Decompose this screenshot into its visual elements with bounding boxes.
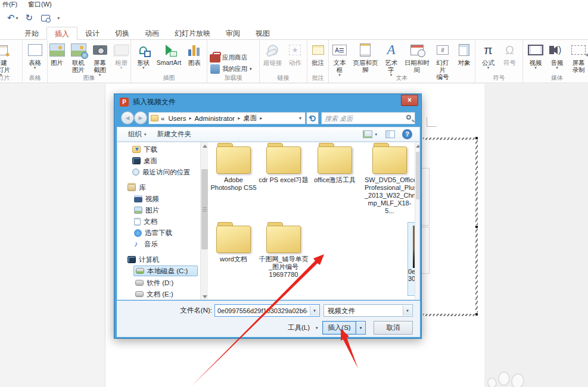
undo-dropdown-icon[interactable]: ▾ <box>16 15 18 21</box>
insert-button[interactable]: 插入(S) <box>322 321 356 335</box>
shapes-button[interactable]: 形状▾ <box>133 42 154 70</box>
textbox-button[interactable]: A☰ 文本框▾ <box>329 42 350 77</box>
redo-icon[interactable]: ↻ <box>26 13 33 23</box>
tab-animations[interactable]: 动画 <box>137 27 167 40</box>
sidebar-item-music[interactable]: ♪音乐 <box>134 239 158 249</box>
dropdown-arrow-icon: ▾ <box>534 66 537 70</box>
tab-insert[interactable]: 插入 <box>46 27 77 40</box>
dropdown-arrow-icon: ▾ <box>120 66 123 70</box>
selected-placeholder-border-top[interactable] <box>423 138 478 140</box>
equation-button[interactable]: π 公式▾ <box>478 42 499 70</box>
screenshot-button[interactable]: 屏幕截图▾ <box>90 42 110 77</box>
breadcrumb-users[interactable]: Users <box>168 115 186 122</box>
action-button[interactable]: ★ 动作 <box>285 42 305 67</box>
organize-button[interactable]: 组织▾ <box>128 130 147 139</box>
views-button[interactable]: ▾ <box>363 130 377 138</box>
folder-item-office-activation[interactable]: office激活工具 <box>310 143 360 184</box>
sidebar-scrollbar[interactable] <box>200 142 208 300</box>
help-button[interactable]: ? <box>402 129 412 139</box>
tab-transitions[interactable]: 切换 <box>107 27 137 40</box>
file-list-scrollbar[interactable] <box>415 142 420 300</box>
pictures-button[interactable]: 图片 <box>47 42 67 67</box>
tools-button[interactable]: 工具(L) ▾ <box>288 323 318 332</box>
back-button[interactable]: ◀ <box>121 111 134 124</box>
breadcrumb-administrator[interactable]: Administrator <box>194 115 235 122</box>
filename-combobox[interactable]: 0e0997556d29f1030329a02b6cf9 ▾ <box>214 304 320 317</box>
sidebar-item-desktop[interactable]: 桌面 <box>132 155 157 166</box>
comment-button[interactable]: 批注 <box>308 42 328 67</box>
table-button[interactable]: 表格▾ <box>25 42 45 70</box>
views-icon <box>363 130 372 138</box>
filename-value: 0e0997556d29f1030329a02b6cf9 <box>215 307 307 314</box>
photo-album-button[interactable]: 相册▾ <box>111 42 132 70</box>
selected-placeholder-border-bottom[interactable] <box>423 314 478 316</box>
cancel-button[interactable]: 取消 <box>374 321 413 335</box>
tab-home[interactable]: 开始 <box>17 27 46 40</box>
new-folder-button[interactable]: 新建文件夹 <box>157 130 192 139</box>
menu-file[interactable]: 件(F) <box>0 1 17 8</box>
folder-item-cdr-ps-excel[interactable]: cdr PS excel习题 <box>259 143 309 184</box>
datetime-button[interactable]: 日期和时间 <box>403 42 432 74</box>
online-pictures-button[interactable]: 联机图片 <box>69 42 89 74</box>
sidebar-item-downloads[interactable]: 下载 <box>132 144 157 155</box>
tab-design[interactable]: 设计 <box>77 27 107 40</box>
resize-handle-middle-right[interactable] <box>475 225 478 229</box>
scroll-down-icon[interactable] <box>203 295 207 298</box>
insert-split-dropdown[interactable]: ▾ <box>356 321 366 335</box>
folder-item-qiantuwang[interactable]: 千图网_辅导单页 _图片编号 19697780 <box>259 222 309 279</box>
store-button[interactable]: 应用商店 <box>210 53 247 63</box>
forward-button[interactable]: ▶ <box>134 111 147 124</box>
new-slide-button[interactable]: 新建 幻灯片▾ <box>0 42 12 77</box>
slideshow-icon[interactable] <box>41 15 50 21</box>
sidebar-item-disk-e[interactable]: 文档 (E:) <box>135 289 173 299</box>
filetype-combobox[interactable]: 视频文件 ▾ <box>323 304 413 317</box>
smartart-button[interactable]: SmartArt <box>155 42 183 67</box>
close-button[interactable]: × <box>401 95 418 106</box>
combo-dropdown-icon[interactable]: ▾ <box>310 305 319 316</box>
dialog-titlebar[interactable]: P 插入视频文件 <box>114 94 421 110</box>
header-footer-icon <box>357 42 374 58</box>
folder-item-adobe-photoshop[interactable]: Adobe Photoshop CS5 <box>209 143 259 192</box>
sidebar-item-computer[interactable]: 计算机 <box>127 254 160 265</box>
address-breadcrumb[interactable]: « Users ▸ Administrator ▸ 桌面 ▸ ▾ <box>148 112 306 124</box>
breadcrumb-desktop[interactable]: 桌面 <box>243 114 257 123</box>
combo-dropdown-icon[interactable]: ▾ <box>403 305 412 316</box>
search-input[interactable]: 搜索 桌面 <box>321 112 415 124</box>
video-button[interactable]: 视频▾ <box>525 42 546 70</box>
sidebar-item-thunder-download[interactable]: 迅雷下载 <box>134 227 172 238</box>
screen-record-button[interactable]: 屏幕 录制 <box>568 42 588 74</box>
customize-qat-icon[interactable]: ▾ <box>57 15 60 21</box>
scroll-up-icon[interactable] <box>416 145 420 148</box>
resize-handle-top-right[interactable] <box>475 136 478 140</box>
file-scrollbar-thumb[interactable] <box>416 152 420 199</box>
tab-view[interactable]: 视图 <box>248 27 278 40</box>
menu-window[interactable]: 窗口(W) <box>26 1 52 8</box>
undo-icon[interactable]: ↶ <box>7 13 15 23</box>
wordart-button[interactable]: A 艺术字▾ <box>381 42 402 77</box>
sidebar-item-documents[interactable]: 文档 <box>134 216 157 227</box>
sidebar-item-disk-f[interactable]: 娱乐 (F:) <box>135 299 173 300</box>
chart-button[interactable]: 图表 <box>184 42 204 67</box>
sidebar-item-disk-d[interactable]: 软件 (D:) <box>135 277 173 288</box>
tab-review[interactable]: 审阅 <box>218 27 248 40</box>
tab-slideshow[interactable]: 幻灯片放映 <box>167 27 218 40</box>
refresh-button[interactable] <box>306 112 319 124</box>
sidebar-item-pictures[interactable]: 图片 <box>134 205 159 216</box>
sidebar-item-libraries[interactable]: 库 <box>127 182 146 193</box>
audio-button[interactable]: 音频▾ <box>547 42 567 70</box>
scroll-up-icon[interactable] <box>203 145 207 148</box>
folder-item-word-docs[interactable]: word文档 <box>209 222 259 263</box>
sidebar-item-videos[interactable]: 视频 <box>134 194 159 204</box>
preview-pane-button[interactable] <box>385 130 395 138</box>
object-button[interactable]: 对象 <box>454 42 474 67</box>
symbol-button[interactable]: Ω 符号 <box>500 42 520 67</box>
sidebar-item-recent-places[interactable]: 最近访问的位置 <box>132 167 191 177</box>
folder-item-sw-dvd5-office[interactable]: SW_DVD5_Office_ Professional_Plus _2013_… <box>365 143 415 215</box>
sidebar-item-local-disk-c[interactable]: 本地磁盘 (C:) <box>133 266 198 276</box>
sidebar-scrollbar-thumb[interactable] <box>201 169 208 249</box>
hyperlink-button[interactable]: 超链接 <box>262 42 284 67</box>
header-footer-button[interactable]: 页眉和页脚 <box>351 42 380 74</box>
my-apps-button[interactable]: 我的应用▾ <box>210 64 252 74</box>
breadcrumb-dropdown-icon[interactable]: ▾ <box>299 116 301 121</box>
resize-handle-bottom-right[interactable] <box>475 313 478 316</box>
